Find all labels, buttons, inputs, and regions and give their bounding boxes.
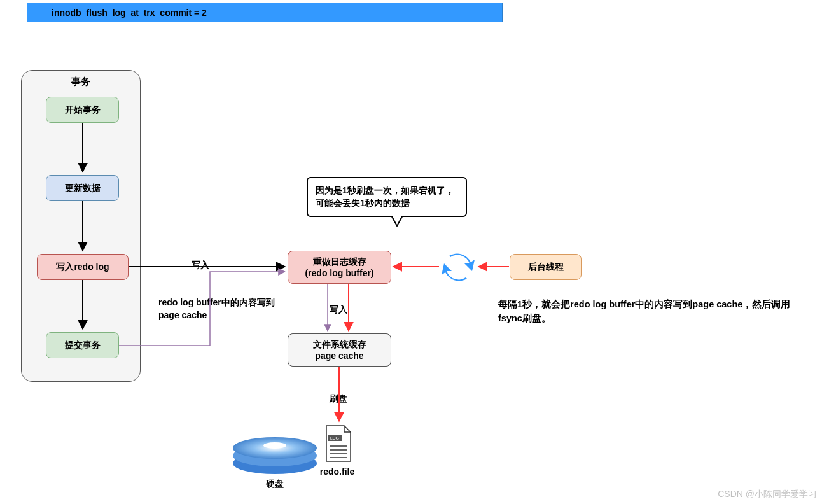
watermark: CSDN @小陈同学爱学习 xyxy=(718,489,817,500)
bg-desc-text: 每隔1秒，就会把redo log buffer中的内容写到page cache，… xyxy=(498,299,790,323)
node-update-label: 更新数据 xyxy=(65,182,101,193)
svg-point-0 xyxy=(233,452,317,474)
label-write-1: 写入 xyxy=(190,260,211,271)
node-update-data: 更新数据 xyxy=(46,175,119,201)
title-bar: innodb_flush_log_at_trx_commit = 2 xyxy=(27,3,503,22)
svg-rect-4 xyxy=(328,435,342,441)
speech-note: 因为是1秒刷盘一次，如果宕机了，可能会丢失1秒内的数据 xyxy=(307,177,467,217)
node-commit-label: 提交事务 xyxy=(65,339,101,351)
node-write-redo: 写入redo log xyxy=(37,254,129,280)
label-flush: 刷盘 xyxy=(328,393,349,405)
node-start-label: 开始事务 xyxy=(65,104,101,115)
label-write-2: 写入 xyxy=(328,304,349,316)
node-bg-thread: 后台线程 xyxy=(510,254,582,280)
node-start-tx: 开始事务 xyxy=(46,97,119,123)
speech-text: 因为是1秒刷盘一次，如果宕机了，可能会丢失1秒内的数据 xyxy=(316,185,454,208)
node-redo-buffer: 重做日志缓存 (redo log buffer) xyxy=(288,251,391,284)
transaction-title: 事务 xyxy=(22,76,140,88)
redo-buffer-l1: 重做日志缓存 xyxy=(313,256,366,267)
node-commit-tx: 提交事务 xyxy=(46,332,119,358)
node-page-cache: 文件系统缓存 page cache xyxy=(288,333,391,367)
title-text: innodb_flush_log_at_trx_commit = 2 xyxy=(52,8,207,18)
svg-point-2 xyxy=(233,437,317,459)
svg-point-1 xyxy=(233,445,317,466)
redo-buffer-l2: (redo log buffer) xyxy=(305,267,373,279)
node-writeredo-label: 写入redo log xyxy=(56,261,109,272)
page-cache-l2: page cache xyxy=(315,350,363,361)
bg-thread-description: 每隔1秒，就会把redo log buffer中的内容写到page cache，… xyxy=(498,298,810,326)
label-redofile: redo.file xyxy=(315,466,359,477)
bg-thread-label: 后台线程 xyxy=(528,261,564,272)
svg-text:LOG: LOG xyxy=(330,436,339,440)
page-cache-l1: 文件系统缓存 xyxy=(313,339,366,350)
svg-point-3 xyxy=(263,442,286,449)
label-buffer-note: redo log buffer中的内容写到page cache xyxy=(157,297,278,321)
label-disk: 硬盘 xyxy=(263,479,286,490)
